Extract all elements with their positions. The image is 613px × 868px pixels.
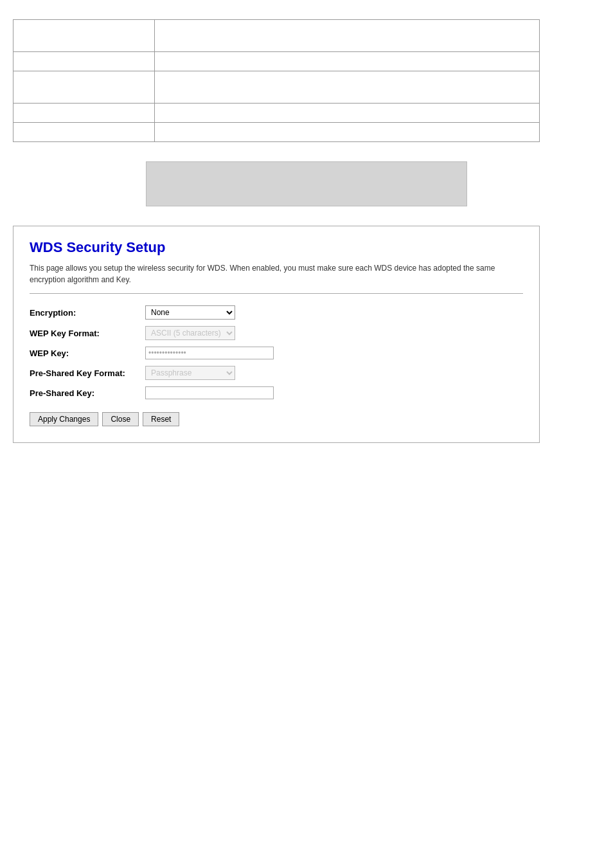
value-cell-3 <box>155 71 540 104</box>
pre-shared-key-row: Pre-Shared Key: <box>30 386 523 399</box>
close-button[interactable]: Close <box>102 412 139 426</box>
gray-box-wrapper <box>13 161 600 206</box>
wep-key-row: WEP Key: <box>30 347 523 359</box>
wep-key-input[interactable] <box>145 347 274 359</box>
table-row <box>13 104 540 123</box>
wep-key-format-row: WEP Key Format: ASCII (5 characters) HEX… <box>30 326 523 340</box>
value-cell-4 <box>155 104 540 123</box>
pre-shared-key-format-select[interactable]: Passphrase HEX <box>145 366 235 380</box>
wds-description: This page allows you setup the wireless … <box>30 262 523 294</box>
table-row <box>13 52 540 71</box>
label-cell-5 <box>13 123 155 142</box>
gray-box <box>146 161 467 206</box>
apply-changes-button[interactable]: Apply Changes <box>30 412 98 426</box>
value-cell-1 <box>155 20 540 52</box>
label-cell-3 <box>13 71 155 104</box>
label-cell-1 <box>13 20 155 52</box>
encryption-select[interactable]: None WEP WPA2 <box>145 305 235 320</box>
encryption-row: Encryption: None WEP WPA2 <box>30 305 523 320</box>
wep-key-format-select[interactable]: ASCII (5 characters) HEX (10 characters) <box>145 326 235 340</box>
table-row <box>13 123 540 142</box>
wds-title: WDS Security Setup <box>30 239 523 256</box>
encryption-label: Encryption: <box>30 308 145 318</box>
pre-shared-key-input[interactable] <box>145 386 274 399</box>
reset-button[interactable]: Reset <box>143 412 179 426</box>
wep-key-label: WEP Key: <box>30 348 145 358</box>
value-cell-2 <box>155 52 540 71</box>
table-row <box>13 71 540 104</box>
pre-shared-key-label: Pre-Shared Key: <box>30 388 145 398</box>
wep-key-format-label: WEP Key Format: <box>30 329 145 338</box>
label-cell-2 <box>13 52 155 71</box>
label-cell-4 <box>13 104 155 123</box>
table-row <box>13 20 540 52</box>
pre-shared-key-format-row: Pre-Shared Key Format: Passphrase HEX <box>30 366 523 380</box>
button-row: Apply Changes Close Reset <box>30 412 523 426</box>
top-table <box>13 19 540 142</box>
pre-shared-key-format-label: Pre-Shared Key Format: <box>30 368 145 378</box>
value-cell-5 <box>155 123 540 142</box>
wds-panel: WDS Security Setup This page allows you … <box>13 226 540 443</box>
